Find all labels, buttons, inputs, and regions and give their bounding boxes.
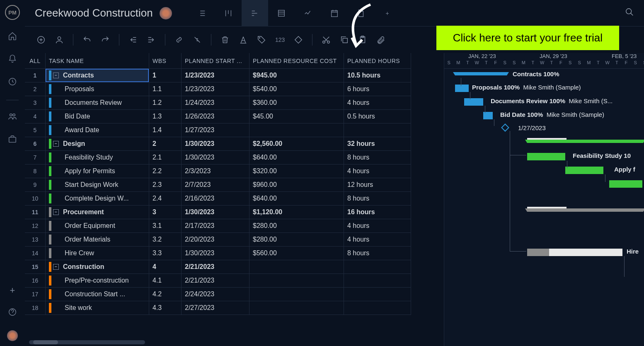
paste-icon[interactable] [358,35,367,44]
app-logo[interactable]: PM [5,5,20,20]
help-icon[interactable] [8,307,17,319]
gantt-task-bar[interactable] [565,167,603,174]
gantt-bar-label: Feasibility Study 10 [573,152,631,159]
outdent-icon[interactable] [128,35,138,44]
table-row[interactable]: 14Hire Crew3.31/30/2023$560.008 hours [25,247,444,260]
toolbar: 123 Click here to start your free trial [25,27,644,53]
indent-icon[interactable] [147,35,156,44]
topbar: Creekwood Construction + [25,0,644,27]
home-icon[interactable] [8,31,17,43]
table-row[interactable]: 11−Procurement31/30/2023$1,120.0016 hour… [25,206,444,219]
collapse-icon[interactable]: − [53,73,59,78]
gantt-task-bar[interactable] [455,85,469,92]
project-owner-avatar[interactable] [160,7,172,19]
gantt-task-bar[interactable] [527,249,622,256]
col-header-start[interactable]: PLANNED START ... [182,53,249,69]
col-header-all[interactable]: ALL [25,53,46,69]
table-row[interactable]: 8Apply for Permits2.22/3/2023$320.004 ho… [25,165,444,178]
user-avatar-rail[interactable] [7,330,18,341]
day-label: T [482,60,491,68]
day-label: W [537,60,547,68]
grid-header-row: ALL TASK NAME WBS PLANNED START ... PLAN… [25,53,444,69]
gantt-bar-label: Hire [627,248,639,255]
grid-horizontal-scrollbar[interactable] [29,340,145,344]
free-trial-cta[interactable]: Click here to start your free trial [436,26,619,50]
day-label: F [556,60,566,68]
recent-icon[interactable] [8,77,17,88]
text-format-icon[interactable] [239,35,248,44]
milestone-icon[interactable] [294,35,303,44]
table-row[interactable]: 15−Construction42/21/2023 [25,260,444,274]
gantt-summary-bar[interactable] [527,208,643,212]
day-label: S [510,60,519,68]
gantt-body[interactable]: Contracts 100% Proposals 100% Mike Smith… [444,69,644,346]
list-view-icon[interactable] [189,0,215,27]
day-label: M [519,60,528,68]
table-row[interactable]: 9Start Design Work2.32/7/2023$960.0012 h… [25,178,444,192]
table-row[interactable]: 18Site work4.32/27/2023 [25,301,444,315]
delete-icon[interactable] [220,35,230,44]
table-row[interactable]: 4Bid Date1.31/26/2023$45.000.5 hours [25,110,444,123]
calendar-view-icon[interactable] [321,0,348,27]
files-view-icon[interactable] [348,0,374,27]
add-icon[interactable]: + [10,285,15,296]
collapse-icon[interactable]: − [53,264,59,270]
gantt-view-icon[interactable] [242,0,268,27]
copy-icon[interactable] [340,35,349,44]
gantt-bar-label: Proposals 100% Mike Smith (Sample) [472,84,581,91]
assign-icon[interactable] [55,35,64,44]
collapse-icon[interactable]: − [53,209,59,215]
table-row[interactable]: 2Proposals1.11/23/2023$540.006 hours [25,82,444,96]
col-header-wbs[interactable]: WBS [149,53,182,69]
main-area: Creekwood Construction + 123 [25,0,644,346]
dashboard-view-icon[interactable] [295,0,321,27]
table-row[interactable]: 1−Contracts11/23/2023$945.0010.5 hours [25,69,444,82]
table-row[interactable]: 17Construction Start ...4.22/24/2023 [25,288,444,301]
gantt-task-bar[interactable] [609,180,642,188]
svg-rect-3 [9,137,16,142]
notifications-icon[interactable] [8,54,17,65]
table-row[interactable]: 13Order Materials3.22/20/2023$280.004 ho… [25,233,444,247]
gantt-milestone-icon[interactable] [501,123,509,132]
gantt-bar-label: Bid Date 100% Mike Smith (Sample) [500,111,604,118]
add-task-icon[interactable] [36,35,46,44]
attachment-icon[interactable] [376,35,385,44]
rail-separator [6,100,19,100]
redo-icon[interactable] [101,35,110,44]
col-header-name[interactable]: TASK NAME [46,53,149,69]
number-format-icon[interactable]: 123 [275,36,285,43]
table-row[interactable]: 6−Design21/30/2023$2,560.0032 hours [25,137,444,151]
add-view-icon[interactable]: + [374,0,401,27]
link-icon[interactable] [174,35,184,44]
team-icon[interactable] [8,112,17,123]
svg-rect-5 [278,10,284,16]
day-label: S [566,60,575,68]
table-row[interactable]: 12Order Equipment3.12/17/2023$280.004 ho… [25,219,444,233]
search-icon[interactable] [625,7,634,19]
table-row[interactable]: 10Complete Design W...2.42/16/2023$640.0… [25,192,444,206]
unlink-icon[interactable] [193,35,202,44]
undo-icon[interactable] [82,35,92,44]
gantt-bar-label: Documents Review 100% Mike Smith (S... [491,97,613,104]
table-row[interactable]: 16Prep/Pre-construction4.12/21/2023 [25,274,444,288]
gantt-chart[interactable]: JAN, 22 '23 JAN, 29 '23 FEB, 5 '23 SMTWT… [444,53,644,346]
month-label: JAN, 22 '23 [468,53,496,59]
day-label: S [500,60,510,68]
col-header-hours[interactable]: PLANNED HOURS [344,53,411,69]
gantt-summary-bar[interactable] [527,140,643,143]
col-header-cost[interactable]: PLANNED RESOURCE COST [249,53,344,69]
portfolio-icon[interactable] [8,135,17,146]
gantt-summary-bar[interactable] [455,72,507,75]
gantt-task-bar[interactable] [527,153,565,160]
table-row[interactable]: 5Award Date1.41/27/2023 [25,123,444,137]
gantt-task-bar[interactable] [464,98,483,106]
collapse-icon[interactable]: − [53,141,59,147]
board-view-icon[interactable] [215,0,242,27]
cut-icon[interactable] [322,35,331,44]
sheet-view-icon[interactable] [268,0,295,27]
table-row[interactable]: 3Documents Review1.21/24/2023$360.004 ho… [25,96,444,110]
table-row[interactable]: 7Feasibility Study2.11/30/2023$640.008 h… [25,151,444,165]
day-label: T [547,60,557,68]
tag-icon[interactable] [257,35,266,44]
month-label: JAN, 29 '23 [540,53,567,59]
